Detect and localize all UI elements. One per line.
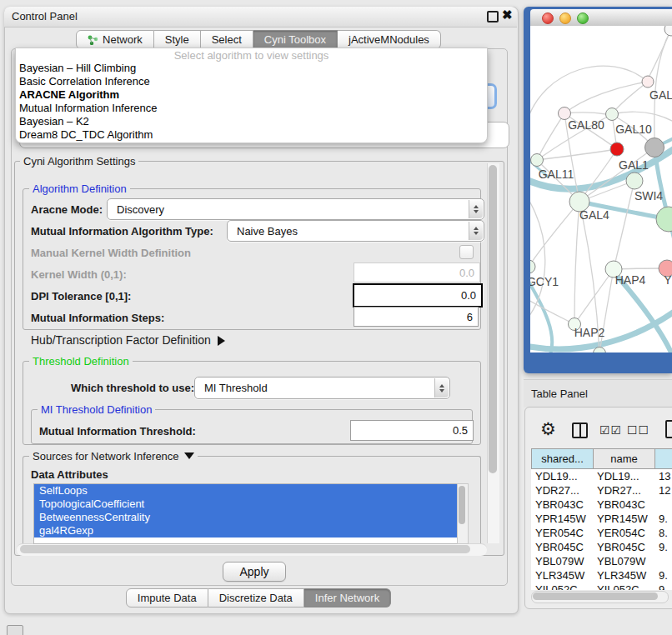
algorithm-option[interactable]: Basic Correlation Inference bbox=[16, 75, 487, 88]
data-attribute-item[interactable]: TopologicalCoefficient bbox=[34, 498, 458, 511]
algorithm-option[interactable]: Bayesian – Hill Climbing bbox=[16, 62, 487, 75]
network-node-gcy1[interactable] bbox=[530, 260, 535, 273]
new-table-icon[interactable] bbox=[665, 420, 672, 438]
tab-cyni-toolbox[interactable]: Cyni Toolbox bbox=[253, 30, 338, 49]
dpi-tolerance-input[interactable]: 0.0 bbox=[353, 283, 483, 308]
aracne-mode-combobox[interactable]: Discovery bbox=[107, 198, 484, 220]
algorithm-option[interactable]: Mutual Information Inference bbox=[16, 102, 487, 115]
settings-vertical-scrollbar-thumb[interactable] bbox=[489, 165, 497, 473]
table-row[interactable]: YBR043CYBR043C bbox=[531, 498, 672, 512]
table-row[interactable]: YDL19...YDL19...13 bbox=[531, 469, 672, 483]
node-table[interactable]: shared...name YDL19...YDL19...13YDR27...… bbox=[531, 448, 672, 590]
mi-threshold-input[interactable]: 0.5 bbox=[350, 420, 474, 441]
node-label-y: Y bbox=[664, 273, 672, 287]
collapsed-panel-icon[interactable] bbox=[7, 625, 23, 635]
table-cell: YDL19... bbox=[593, 469, 654, 483]
table-row[interactable]: YER054CYER054C8. bbox=[531, 526, 672, 540]
mi-algorithm-type-combobox[interactable]: Naive Bayes bbox=[227, 220, 484, 242]
sources-title[interactable]: Sources for Network Inference bbox=[29, 450, 198, 462]
network-node-gal11[interactable] bbox=[531, 154, 544, 167]
network-node-gal10[interactable] bbox=[606, 108, 619, 121]
node-label-swi4: SWI4 bbox=[634, 189, 663, 202]
data-attribute-item[interactable]: gal4RGexp bbox=[34, 524, 458, 538]
table-cell: YDR27... bbox=[593, 483, 654, 498]
algorithm-option[interactable]: Dream8 DC_TDC Algorithm bbox=[16, 128, 487, 142]
tab-network[interactable]: Network bbox=[76, 30, 154, 49]
network-canvas[interactable]: GALGAL80GAL10GAL1GAL11GAL4SWI4GCY1HAP4YH… bbox=[530, 26, 672, 352]
mi-steps-input[interactable]: 6 bbox=[354, 307, 479, 327]
sources-title-text: Sources for Network Inference bbox=[33, 450, 179, 462]
attributes-scrollbar-thumb[interactable] bbox=[459, 486, 465, 524]
tab-impute-data[interactable]: Impute Data bbox=[126, 588, 208, 608]
float-window-icon[interactable] bbox=[487, 11, 499, 22]
data-attribute-item[interactable]: BetweennessCentrality bbox=[34, 511, 458, 524]
columns-icon[interactable] bbox=[572, 422, 588, 438]
tab-label: Discretize Data bbox=[219, 592, 293, 604]
table-row[interactable]: YPR145WYPR145W9. bbox=[531, 512, 672, 526]
tab-label: Style bbox=[165, 33, 189, 46]
close-icon[interactable]: ✖ bbox=[502, 8, 513, 22]
kernel-width-label: Kernel Width (0,1): bbox=[31, 268, 127, 281]
algorithm-option[interactable]: Bayesian – K2 bbox=[16, 115, 487, 128]
hub-definition-section[interactable]: Hub/Transcription Factor Definition bbox=[31, 333, 225, 347]
network-node[interactable] bbox=[610, 142, 624, 156]
table-cell bbox=[654, 554, 672, 568]
show-columns-icon[interactable]: ☑☑ bbox=[599, 423, 622, 437]
table-cell: 9. bbox=[654, 512, 672, 526]
window-minimize-icon[interactable] bbox=[559, 12, 571, 24]
network-node-swi4[interactable] bbox=[656, 207, 672, 232]
column-header-shared-[interactable]: shared... bbox=[531, 448, 593, 469]
collapse-arrow-icon[interactable] bbox=[184, 452, 194, 459]
manual-kernel-checkbox[interactable] bbox=[459, 245, 474, 259]
node-label-gal80: GAL80 bbox=[568, 118, 604, 132]
table-row[interactable]: YBL079WYBL079W bbox=[531, 554, 672, 568]
network-node[interactable] bbox=[645, 138, 664, 158]
node-label-gal4: GAL4 bbox=[579, 208, 609, 222]
table-row[interactable]: YLR345WYLR345W9. bbox=[531, 568, 672, 582]
table-row[interactable]: YDR27...YDR27...12 bbox=[531, 483, 672, 498]
hub-definition-label: Hub/Transcription Factor Definition bbox=[31, 333, 211, 347]
window-close-icon[interactable] bbox=[542, 12, 554, 24]
network-node-gal1[interactable] bbox=[626, 172, 643, 189]
node-label-gal11: GAL11 bbox=[539, 168, 574, 181]
table-row[interactable]: YIL052CYIL052C9. bbox=[531, 582, 672, 590]
table-row[interactable]: YBR045CYBR045C9. bbox=[531, 540, 672, 554]
table-horizontal-scrollbar-thumb[interactable] bbox=[533, 592, 658, 600]
aracne-mode-label: Aracne Mode: bbox=[31, 203, 103, 216]
tab-jactivemnodules[interactable]: jActiveMNodules bbox=[338, 30, 441, 49]
expand-arrow-icon[interactable] bbox=[218, 336, 225, 346]
which-threshold-value: MI Threshold bbox=[204, 382, 268, 394]
kernel-width-input[interactable]: 0.0 bbox=[354, 262, 480, 282]
algorithm-dropdown-popup: Select algorithm to view settings Bayesi… bbox=[15, 48, 488, 143]
algorithm-option[interactable]: ARACNE Algorithm bbox=[16, 88, 487, 102]
network-node[interactable] bbox=[664, 26, 672, 36]
table-cell: YER054C bbox=[531, 526, 593, 540]
table-cell: 13 bbox=[654, 469, 672, 483]
column-header-name[interactable]: name bbox=[593, 448, 654, 469]
data-attributes-list[interactable]: SelfLoopsTopologicalCoefficientBetweenne… bbox=[33, 483, 459, 544]
tab-infer-network[interactable]: Infer Network bbox=[304, 588, 391, 608]
apply-button[interactable]: Apply bbox=[223, 562, 286, 582]
window-zoom-icon[interactable] bbox=[577, 12, 589, 24]
tab-label: Select bbox=[212, 33, 242, 46]
data-attribute-item[interactable]: SelfLoops bbox=[34, 484, 458, 498]
tab-discretize-data[interactable]: Discretize Data bbox=[208, 588, 304, 608]
gear-icon[interactable]: ⚙ bbox=[540, 419, 556, 439]
network-node-gal[interactable] bbox=[642, 76, 654, 88]
mi-algorithm-type-value: Naive Bayes bbox=[237, 225, 298, 238]
settings-horizontal-scrollbar-thumb[interactable] bbox=[20, 545, 470, 553]
mi-steps-value: 6 bbox=[467, 311, 473, 323]
node-label-gcy1: GCY1 bbox=[530, 275, 559, 288]
table-cell: 9. bbox=[654, 582, 672, 590]
control-panel-titlebar[interactable] bbox=[4, 7, 517, 28]
hide-columns-icon[interactable]: ☐☐ bbox=[627, 423, 649, 437]
tab-select[interactable]: Select bbox=[201, 30, 253, 49]
which-threshold-combobox[interactable]: MI Threshold bbox=[194, 377, 450, 399]
tab-style[interactable]: Style bbox=[154, 30, 201, 49]
attributes-scrollbar[interactable] bbox=[457, 483, 469, 544]
column-header-partial[interactable] bbox=[654, 448, 672, 469]
apply-button-label: Apply bbox=[239, 565, 268, 578]
kernel-width-value: 0.0 bbox=[459, 267, 474, 279]
table-cell: YBR043C bbox=[531, 498, 593, 512]
table-body: YDL19...YDL19...13YDR27...YDR27...12YBR0… bbox=[531, 469, 672, 590]
